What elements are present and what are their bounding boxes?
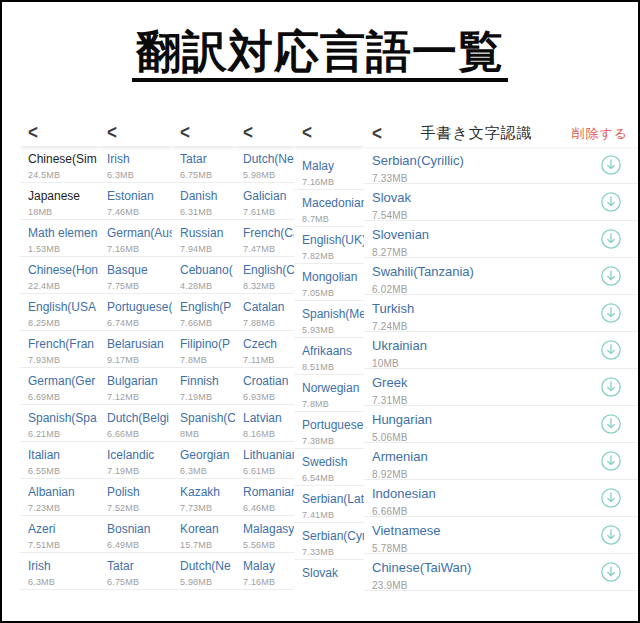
language-item[interactable]: English(USA8.25MB: [20, 294, 99, 331]
download-icon[interactable]: [600, 302, 622, 324]
language-item[interactable]: Basque7.75MB: [99, 257, 172, 294]
download-icon[interactable]: [600, 339, 622, 361]
language-item[interactable]: Bulgarian7.12MB: [99, 368, 172, 405]
language-item[interactable]: Icelandic7.19MB: [99, 442, 172, 479]
download-icon[interactable]: [600, 191, 622, 213]
language-item[interactable]: English(UK)7.82MB: [294, 227, 364, 264]
language-item[interactable]: Portuguese(7.38MB: [294, 412, 364, 449]
handwriting-language-item[interactable]: Turkish7.24MB: [364, 295, 640, 332]
language-item[interactable]: Polish7.52MB: [99, 479, 172, 516]
language-item[interactable]: German(Ger6.69MB: [20, 368, 99, 405]
language-item[interactable]: Chinese(Hon22.4MB: [20, 257, 99, 294]
language-item[interactable]: Spanish(Me5.93MB: [294, 301, 364, 338]
language-item[interactable]: Slovak: [294, 560, 364, 596]
language-item[interactable]: Math elemen1.53MB: [20, 220, 99, 257]
handwriting-language-item[interactable]: Vietnamese5.78MB: [364, 517, 640, 554]
back-chevron-icon[interactable]: <: [180, 122, 190, 145]
language-size: 5.98MB: [180, 577, 235, 587]
language-item[interactable]: Spanish(Spa6.21MB: [20, 405, 99, 442]
language-item[interactable]: Kazakh7.73MB: [172, 479, 235, 516]
language-item[interactable]: Japanese18MB: [20, 183, 99, 220]
language-name: German(Aus: [107, 226, 172, 240]
language-item[interactable]: Irish6.3MB: [20, 553, 99, 590]
language-item[interactable]: Spanish(C8MB: [172, 405, 235, 442]
language-item[interactable]: Albanian7.23MB: [20, 479, 99, 516]
download-icon[interactable]: [600, 524, 622, 546]
language-name: Bosnian: [107, 522, 172, 536]
language-item[interactable]: Serbian(Lati7.41MB: [294, 486, 364, 523]
handwriting-language-item[interactable]: Serbian(Cyrillic)7.33MB: [364, 147, 640, 184]
download-icon[interactable]: [600, 561, 622, 583]
delete-button[interactable]: 削除する: [571, 125, 628, 143]
language-size: 7.33MB: [302, 547, 364, 557]
back-chevron-icon[interactable]: <: [302, 122, 312, 145]
download-icon[interactable]: [600, 450, 622, 472]
handwriting-language-item[interactable]: Swahili(Tanzania)6.02MB: [364, 258, 640, 295]
handwriting-language-item[interactable]: Greek7.31MB: [364, 369, 640, 406]
language-item[interactable]: Swedish6.54MB: [294, 449, 364, 486]
language-item[interactable]: Galician7.61MB: [235, 183, 294, 220]
language-item[interactable]: Chinese(Sim24.5MB: [20, 146, 99, 183]
language-item[interactable]: Tatar6.75MB: [172, 146, 235, 183]
language-item[interactable]: Catalan7.88MB: [235, 294, 294, 331]
language-size: 7.8MB: [180, 355, 235, 365]
language-item[interactable]: Dutch(Belgi6.66MB: [99, 405, 172, 442]
language-item[interactable]: Norwegian7.8MB: [294, 375, 364, 412]
handwriting-language-item[interactable]: Hungarian5.06MB: [364, 406, 640, 443]
language-item[interactable]: Serbian(Cyri7.33MB: [294, 523, 364, 560]
back-chevron-icon[interactable]: <: [243, 122, 253, 145]
language-item[interactable]: Bosnian6.49MB: [99, 516, 172, 553]
language-item[interactable]: Belarusian9.17MB: [99, 331, 172, 368]
screenshot-frame: 翻訳対応言語一覧 < Chinese(Sim24.5MBJapanese18MB…: [0, 0, 640, 623]
language-item[interactable]: Mongolian7.05MB: [294, 264, 364, 301]
language-item[interactable]: Portuguese(6.74MB: [99, 294, 172, 331]
language-item[interactable]: Malagasy5.56MB: [235, 516, 294, 553]
language-item[interactable]: Irish6.3MB: [99, 146, 172, 183]
language-item[interactable]: Georgian6.3MB: [172, 442, 235, 479]
language-item[interactable]: Danish6.31MB: [172, 183, 235, 220]
language-item[interactable]: Russian7.94MB: [172, 220, 235, 257]
download-icon[interactable]: [600, 265, 622, 287]
language-item[interactable]: Romanian6.46MB: [235, 479, 294, 516]
language-item[interactable]: Czech7.11MB: [235, 331, 294, 368]
language-item[interactable]: Tatar6.75MB: [99, 553, 172, 590]
handwriting-language-item[interactable]: Slovenian8.27MB: [364, 221, 640, 258]
language-item[interactable]: Afrikaans8.51MB: [294, 338, 364, 375]
language-item[interactable]: Finnish7.19MB: [172, 368, 235, 405]
language-item[interactable]: Korean15.7MB: [172, 516, 235, 553]
language-item[interactable]: French(Ca7.47MB: [235, 220, 294, 257]
download-icon[interactable]: [600, 487, 622, 509]
language-item[interactable]: Croatian6.93MB: [235, 368, 294, 405]
language-item[interactable]: English(C8.32MB: [235, 257, 294, 294]
handwriting-language-item[interactable]: Indonesian6.66MB: [364, 480, 640, 517]
language-item[interactable]: German(Aus7.16MB: [99, 220, 172, 257]
download-icon[interactable]: [600, 228, 622, 250]
language-item[interactable]: Lithuanian6.61MB: [235, 442, 294, 479]
language-item[interactable]: Italian6.55MB: [20, 442, 99, 479]
handwriting-language-item[interactable]: Slovak7.54MB: [364, 184, 640, 221]
language-item[interactable]: Azeri7.51MB: [20, 516, 99, 553]
language-item[interactable]: Latvian8.16MB: [235, 405, 294, 442]
language-item[interactable]: Dutch(Net5.98MB: [235, 146, 294, 183]
handwriting-language-item[interactable]: Chinese(TaiWan)23.9MB: [364, 554, 640, 591]
download-icon[interactable]: [600, 376, 622, 398]
language-item[interactable]: Malay7.16MB: [235, 553, 294, 590]
handwriting-language-item[interactable]: Armenian8.92MB: [364, 443, 640, 480]
language-list: Malay7.16MBMacedonian8.7MBEnglish(UK)7.8…: [294, 153, 364, 596]
language-item[interactable]: Dutch(Ne5.98MB: [172, 553, 235, 590]
back-chevron-icon[interactable]: <: [107, 122, 117, 145]
language-name: Spanish(C: [180, 411, 235, 425]
language-item[interactable]: Malay7.16MB: [294, 153, 364, 190]
download-icon[interactable]: [600, 413, 622, 435]
back-chevron-icon[interactable]: <: [372, 122, 382, 145]
download-icon[interactable]: [600, 154, 622, 176]
language-item[interactable]: English(P7.66MB: [172, 294, 235, 331]
language-item[interactable]: French(Fran7.93MB: [20, 331, 99, 368]
language-item[interactable]: Cebuano(4.28MB: [172, 257, 235, 294]
back-chevron-icon[interactable]: <: [28, 122, 38, 145]
language-item[interactable]: Macedonian8.7MB: [294, 190, 364, 227]
language-item[interactable]: Filipino(P7.8MB: [172, 331, 235, 368]
language-size: 7.82MB: [302, 251, 364, 261]
handwriting-language-item[interactable]: Ukrainian10MB: [364, 332, 640, 369]
language-item[interactable]: Estonian7.46MB: [99, 183, 172, 220]
